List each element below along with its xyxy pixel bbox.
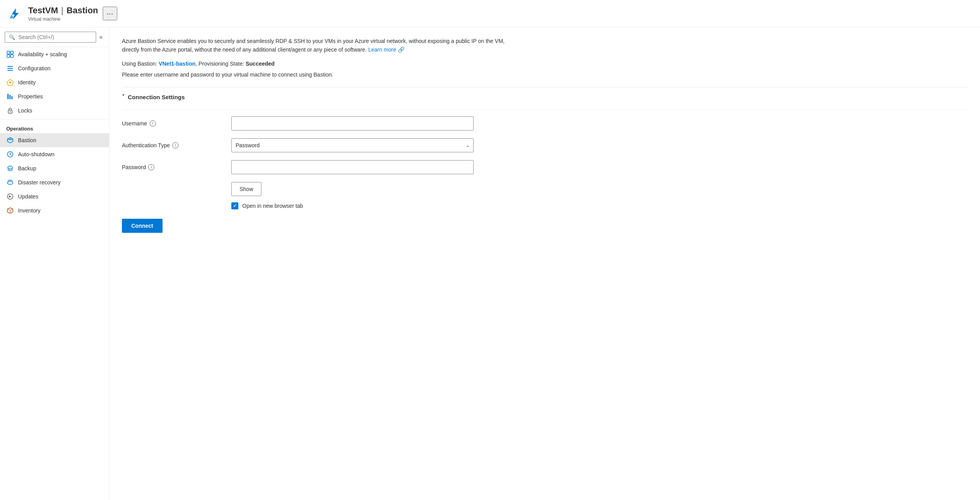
sidebar: 🔍 « Availability + scaling Configuration xyxy=(0,27,109,500)
svg-marker-23 xyxy=(7,208,13,210)
checkbox-check-icon: ✓ xyxy=(233,203,237,209)
sidebar-item-updates[interactable]: Updates xyxy=(0,189,109,204)
svg-point-13 xyxy=(10,111,11,112)
properties-icon xyxy=(6,93,14,100)
more-options-button[interactable]: ··· xyxy=(103,7,117,20)
page-subtitle: Virtual machine xyxy=(28,16,98,22)
page-header: TestVM | Bastion Virtual machine ··· xyxy=(0,0,980,27)
sidebar-item-auto-shutdown[interactable]: Auto-shutdown xyxy=(0,147,109,161)
connection-form: Username i Authentication Type i Passwor… xyxy=(122,116,474,174)
sidebar-item-configuration[interactable]: Configuration xyxy=(0,61,109,75)
svg-rect-3 xyxy=(11,55,13,57)
sidebar-label-identity: Identity xyxy=(18,79,36,86)
svg-rect-11 xyxy=(11,96,13,99)
svg-point-20 xyxy=(7,181,13,184)
sidebar-label-availability: Availability + scaling xyxy=(18,51,67,57)
username-row: Username i xyxy=(122,116,474,130)
page-name: Bastion xyxy=(66,5,98,16)
sidebar-item-inventory[interactable]: Inventory xyxy=(0,204,109,218)
username-info-icon[interactable]: i xyxy=(150,120,156,127)
disaster-icon xyxy=(6,179,14,186)
svg-line-16 xyxy=(7,139,10,140)
svg-rect-4 xyxy=(7,66,13,67)
sidebar-label-configuration: Configuration xyxy=(18,65,50,71)
header-separator: | xyxy=(61,5,64,16)
svg-line-17 xyxy=(10,139,13,140)
grid-icon xyxy=(6,50,14,58)
updates-icon xyxy=(6,193,14,200)
config-icon xyxy=(6,64,14,72)
lock-icon xyxy=(6,107,14,114)
auth-type-info-icon[interactable]: i xyxy=(172,142,179,148)
open-new-tab-checkbox[interactable]: ✓ xyxy=(231,202,238,209)
sidebar-item-bastion[interactable]: Bastion xyxy=(0,133,109,147)
autoshutdown-icon xyxy=(6,150,14,158)
sidebar-label-locks: Locks xyxy=(18,107,32,114)
auth-type-select-wrapper: Password SSH Private Key from Local File… xyxy=(231,138,474,152)
sidebar-item-disaster-recovery[interactable]: Disaster recovery xyxy=(0,175,109,189)
sidebar-label-inventory: Inventory xyxy=(18,207,41,214)
using-bastion-text: Using Bastion: VNet1-bastion, Provisioni… xyxy=(122,61,967,67)
auth-type-row: Authentication Type i Password SSH Priva… xyxy=(122,138,474,152)
auth-type-select[interactable]: Password SSH Private Key from Local File… xyxy=(231,138,474,152)
sidebar-label-backup: Backup xyxy=(18,165,36,171)
search-box[interactable]: 🔍 xyxy=(5,32,96,43)
learn-more-link[interactable]: Learn more xyxy=(368,46,396,53)
bastion-name-link[interactable]: VNet1-bastion xyxy=(159,61,195,67)
description-text: Azure Bastion Service enables you to sec… xyxy=(122,37,513,54)
sidebar-item-properties[interactable]: Properties xyxy=(0,89,109,104)
sidebar-item-backup[interactable]: Backup xyxy=(0,161,109,175)
bastion-icon xyxy=(6,136,14,144)
azure-logo xyxy=(8,7,22,21)
sidebar-item-locks[interactable]: Locks xyxy=(0,104,109,118)
vm-name: TestVM xyxy=(28,5,58,16)
password-input[interactable] xyxy=(231,160,474,174)
open-new-tab-label: Open in new browser tab xyxy=(242,203,303,209)
sidebar-nav: Availability + scaling Configuration Ide… xyxy=(0,47,109,218)
search-icon: 🔍 xyxy=(9,34,15,40)
sidebar-label-disaster-recovery: Disaster recovery xyxy=(18,179,61,186)
password-label: Password i xyxy=(122,164,231,170)
svg-rect-0 xyxy=(7,51,10,54)
password-control xyxy=(231,160,474,174)
sidebar-label-bastion: Bastion xyxy=(18,137,36,143)
sidebar-label-autoshutdown: Auto-shutdown xyxy=(18,151,54,157)
connection-settings-label: Connection Settings xyxy=(128,94,185,100)
open-new-tab-row: ✓ Open in new browser tab xyxy=(231,202,967,209)
username-control xyxy=(231,116,474,130)
search-input[interactable] xyxy=(18,34,92,40)
please-enter-text: Please enter username and password to yo… xyxy=(122,71,967,78)
operations-section-label: Operations xyxy=(0,121,109,133)
svg-rect-2 xyxy=(7,55,10,57)
sidebar-item-identity[interactable]: Identity xyxy=(0,75,109,89)
chevron-down-icon: ˅ xyxy=(122,94,125,100)
show-password-button[interactable]: Show xyxy=(231,182,261,196)
connection-settings-header[interactable]: ˅ Connection Settings xyxy=(122,94,967,100)
password-info-icon[interactable]: i xyxy=(148,164,154,170)
username-input[interactable] xyxy=(231,116,474,130)
svg-rect-1 xyxy=(11,51,13,54)
svg-rect-10 xyxy=(9,95,11,99)
svg-rect-6 xyxy=(7,70,13,71)
sidebar-label-properties: Properties xyxy=(18,93,43,100)
header-title: TestVM | Bastion Virtual machine xyxy=(28,5,98,22)
password-row: Password i xyxy=(122,160,474,174)
connect-button[interactable]: Connect xyxy=(122,219,163,233)
auth-type-label: Authentication Type i xyxy=(122,142,231,148)
svg-rect-9 xyxy=(7,94,9,99)
sidebar-label-updates: Updates xyxy=(18,193,38,200)
identity-icon xyxy=(6,79,14,86)
collapse-sidebar-button[interactable]: « xyxy=(96,30,106,44)
sidebar-item-availability-scaling[interactable]: Availability + scaling xyxy=(0,47,109,61)
svg-point-8 xyxy=(9,82,11,84)
auth-type-control: Password SSH Private Key from Local File… xyxy=(231,138,474,152)
svg-rect-5 xyxy=(7,68,13,69)
backup-icon xyxy=(6,164,14,172)
inventory-icon xyxy=(6,207,14,214)
content-area: Azure Bastion Service enables you to sec… xyxy=(109,27,980,500)
username-label: Username i xyxy=(122,120,231,127)
